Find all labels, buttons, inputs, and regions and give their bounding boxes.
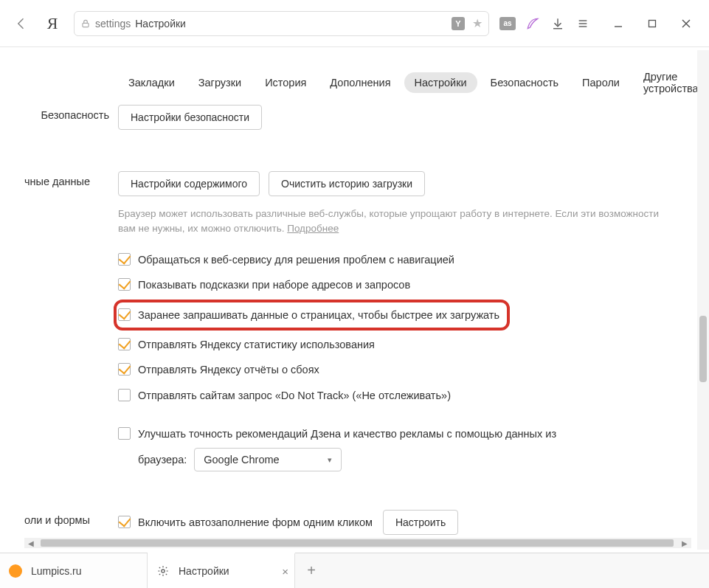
browser-tab-lumpics[interactable]: Lumpics.ru <box>0 553 148 588</box>
tab-settings[interactable]: Настройки <box>404 72 477 93</box>
checkbox-label: Включить автозаполнение форм одним клико… <box>138 515 373 530</box>
protect-badge[interactable]: Y <box>452 17 465 30</box>
checkbox-row[interactable]: Заранее запрашивать данные о страницах, … <box>118 305 499 325</box>
highlighted-option: Заранее запрашивать данные о страницах, … <box>114 300 510 331</box>
tab-history[interactable]: История <box>255 72 317 93</box>
close-tab-icon[interactable]: × <box>282 565 288 578</box>
browser-select-value: Google Chrome <box>204 454 279 466</box>
lock-icon <box>80 18 91 29</box>
svg-point-8 <box>162 570 165 573</box>
gear-icon <box>156 564 170 578</box>
section-label-personal: чные данные <box>24 171 118 471</box>
browser-chrome: Я settings Настройки Y ★ as <box>0 0 709 47</box>
menu-icon[interactable] <box>570 11 595 36</box>
settings-viewport: Безопасность Настройки безопасности чные… <box>0 105 709 550</box>
section-forms: оли и формы Включить автозаполнение форм… <box>24 510 691 535</box>
checkbox-icon <box>118 363 131 376</box>
tab-addons[interactable]: Дополнения <box>319 72 401 93</box>
window-minimize-button[interactable] <box>601 9 635 38</box>
checkbox-icon <box>118 389 131 401</box>
checkbox-label: Отправлять Яндексу статистику использова… <box>138 337 375 352</box>
scroll-right-arrow-icon[interactable]: ▶ <box>678 538 691 548</box>
section-personal-data: чные данные Настройки содержимого Очисти… <box>24 171 691 471</box>
checkbox-icon <box>118 308 131 321</box>
yandex-logo[interactable]: Я <box>37 14 68 33</box>
checkbox-row[interactable]: Улучшать точность рекомендаций Дзена и к… <box>118 421 691 446</box>
checkbox-label: Отправлять сайтам запрос «Do Not Track» … <box>138 388 451 403</box>
downloads-icon[interactable] <box>545 11 570 36</box>
tab-passwords[interactable]: Пароли <box>572 72 630 93</box>
chevron-down-icon: ▾ <box>328 455 332 465</box>
checkbox-row[interactable]: Обращаться к веб-сервису для решения про… <box>118 247 691 272</box>
hint-text: Браузер может использовать различные веб… <box>118 208 659 234</box>
window-controls <box>601 9 703 38</box>
hint-more-link[interactable]: Подробнее <box>287 223 339 234</box>
back-button[interactable] <box>6 8 37 39</box>
tab-security[interactable]: Безопасность <box>480 72 570 93</box>
tab-downloads[interactable]: Загрузки <box>188 72 252 93</box>
window-close-button[interactable] <box>669 9 703 38</box>
checkbox-icon <box>118 278 131 291</box>
url-keyword: settings <box>95 18 131 30</box>
scrollbar-thumb[interactable] <box>41 539 674 547</box>
browser-label: браузера: <box>138 454 187 466</box>
vertical-scrollbar[interactable] <box>697 50 709 550</box>
browser-tab-settings[interactable]: Настройки × <box>148 553 295 588</box>
section-label-security: Безопасность <box>24 105 118 130</box>
content-settings-button[interactable]: Настройки содержимого <box>118 171 260 196</box>
section-security: Безопасность Настройки безопасности <box>24 105 691 130</box>
horizontal-scrollbar[interactable]: ◀ ▶ <box>24 538 691 548</box>
address-bar[interactable]: settings Настройки Y ★ <box>74 11 489 36</box>
window-maximize-button[interactable] <box>635 9 669 38</box>
settings-nav: Закладки Загрузки История Дополнения Нас… <box>0 47 709 114</box>
checkbox-icon <box>118 253 131 266</box>
security-settings-button[interactable]: Настройки безопасности <box>118 105 262 130</box>
checkbox-row[interactable]: Показывать подсказки при наборе адресов … <box>118 272 691 297</box>
checkbox-icon <box>118 338 131 350</box>
clear-download-history-button[interactable]: Очистить историю загрузки <box>269 171 425 196</box>
tab-title: Настройки <box>179 565 229 577</box>
feather-extension-icon[interactable] <box>520 11 545 36</box>
checkbox-row[interactable]: Отправлять Яндексу отчёты о сбоях <box>118 357 691 382</box>
checkbox-label: Показывать подсказки при наборе адресов … <box>138 277 410 292</box>
lastfm-extension-icon[interactable]: as <box>495 11 520 36</box>
section-label-forms: оли и формы <box>24 510 118 535</box>
svg-rect-0 <box>83 23 89 27</box>
bookmark-star-icon[interactable]: ★ <box>472 16 483 30</box>
scroll-left-arrow-icon[interactable]: ◀ <box>24 538 38 548</box>
browser-select[interactable]: Google Chrome ▾ <box>194 448 342 471</box>
browser-select-line: браузера: Google Chrome ▾ <box>118 448 691 471</box>
new-tab-button[interactable]: + <box>295 553 328 588</box>
favicon-icon <box>9 564 22 578</box>
checkbox-row[interactable]: Отправлять сайтам запрос «Do Not Track» … <box>118 383 691 408</box>
configure-autofill-button[interactable]: Настроить <box>383 510 458 535</box>
svg-rect-5 <box>649 20 656 27</box>
tab-title: Lumpics.ru <box>31 565 81 577</box>
tab-strip: Lumpics.ru Настройки × + <box>0 553 709 588</box>
checkbox-label: Обращаться к веб-сервису для решения про… <box>138 252 454 267</box>
checkbox-label: Заранее запрашивать данные о страницах, … <box>138 308 499 322</box>
web-services-hint: Браузер может использовать различные веб… <box>118 207 679 235</box>
url-title: Настройки <box>135 18 186 30</box>
checkbox-icon <box>118 516 131 528</box>
checkbox-row[interactable]: Отправлять Яндексу статистику использова… <box>118 332 691 357</box>
checkbox-icon <box>118 427 131 440</box>
scrollbar-thumb[interactable] <box>699 316 707 382</box>
checkbox-label: Улучшать точность рекомендаций Дзена и к… <box>138 426 556 441</box>
checkbox-row[interactable]: Включить автозаполнение форм одним клико… <box>118 515 373 530</box>
tab-bookmarks[interactable]: Закладки <box>118 72 185 93</box>
checkbox-label: Отправлять Яндексу отчёты о сбоях <box>138 362 319 377</box>
